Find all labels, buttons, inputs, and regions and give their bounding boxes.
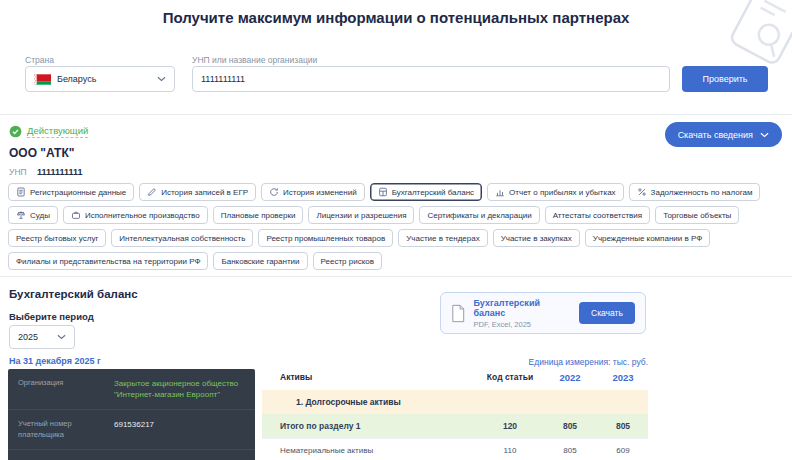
tab-label: Регистрационные данные: [30, 188, 126, 197]
tab-label: Отчет о прибылях и убытках: [509, 188, 616, 197]
company-status: Действующий: [9, 125, 88, 138]
balance-sheet-table: Активы Код статьи 2022 2023 1. Долгосроч…: [262, 364, 648, 460]
info-row: Организация Закрытое акционерное обществ…: [8, 369, 255, 410]
pdf-document-icon: [451, 304, 466, 323]
tab-label: Суды: [30, 211, 50, 220]
row-2022: 805: [542, 446, 598, 455]
period-select[interactable]: 2025: [9, 325, 75, 349]
check-circle-icon: [9, 125, 22, 138]
tab-tax-debt[interactable]: Задолженность по налогам: [629, 183, 761, 201]
company-unp: УНП 1111111111: [9, 167, 83, 177]
tab-label: Исполнительное производство: [85, 211, 200, 220]
company-name: ООО "АТК": [9, 146, 74, 160]
info-row: Вид экономической деятельности Розничная…: [8, 450, 255, 460]
col-2022: 2022: [542, 372, 598, 383]
tab-conformity-certificates[interactable]: Аттестаты соответствия: [545, 206, 650, 224]
company-info-panel: Организация Закрытое акционерное обществ…: [8, 369, 255, 460]
tab-courts[interactable]: Суды: [8, 206, 58, 224]
tab-label: Реестр рисков: [321, 257, 374, 266]
tab-label: Филиалы и представительства на территори…: [16, 257, 200, 266]
country-label: Страна: [25, 55, 54, 65]
info-value: Закрытое акционерное общество "Интернет-…: [114, 378, 245, 400]
unp-value: 1111111111: [37, 167, 83, 177]
period-value: 2025: [18, 332, 38, 342]
download-balance-button[interactable]: Скачать: [579, 302, 635, 324]
row-name: Нематериальные активы: [262, 446, 478, 455]
row-2023: 805: [598, 421, 648, 431]
tab-label: Бухгалтерский баланс: [392, 188, 474, 197]
tab-label: Учрежденные компании в РФ: [593, 234, 702, 243]
tab-planned-inspections[interactable]: Плановые проверки: [213, 206, 304, 224]
balance-download-card: Бухгалтерский баланс PDF, Excel, 2025 Ск…: [440, 292, 646, 334]
info-label: Организация: [18, 378, 104, 400]
tab-label: Реестр промышленных товаров: [266, 234, 385, 243]
tab-licenses[interactable]: Лицензии и разрешения: [308, 206, 414, 224]
tab-change-history[interactable]: История изменений: [261, 183, 365, 201]
divider: [0, 276, 792, 277]
tab-label: Задолженность по налогам: [651, 188, 753, 197]
country-select[interactable]: Беларусь: [25, 66, 175, 92]
org-search-input[interactable]: [192, 66, 670, 92]
col-2023: 2023: [598, 372, 648, 383]
col-code: Код статьи: [478, 372, 542, 382]
chevron-down-icon: [760, 132, 769, 138]
unp-label: УНП: [9, 167, 27, 177]
tab-label: Лицензии и разрешения: [316, 211, 406, 220]
tab-intellectual-property[interactable]: Интеллектуальная собственность: [111, 229, 253, 247]
tab-label: Участие в закупках: [501, 234, 572, 243]
tab-industrial-goods-registry[interactable]: Реестр промышленных товаров: [258, 229, 393, 247]
divider: [0, 114, 792, 115]
tab-label: Участие в тендерах: [406, 234, 479, 243]
tab-certificates-declarations[interactable]: Сертификаты и декларации: [419, 206, 539, 224]
tab-bank-guarantees[interactable]: Банковские гарантии: [213, 252, 307, 270]
info-row: Учетный номер плательщика 691536217: [8, 410, 255, 449]
tab-label: История записей в ЕГР: [161, 188, 248, 197]
table-row: Нематериальные активы 110 805 609: [262, 438, 648, 460]
balance-heading: Бухгалтерский баланс: [9, 288, 138, 300]
tab-profit-loss[interactable]: Отчет о прибылях и убытках: [487, 183, 624, 201]
row-2022: 805: [542, 421, 598, 431]
chevron-down-icon: [157, 76, 166, 82]
info-label: Учетный номер плательщика: [18, 419, 104, 439]
tab-household-services-registry[interactable]: Реестр бытовых услуг: [8, 229, 106, 247]
balance-date-link[interactable]: На 31 декабря 2025 г: [9, 356, 101, 366]
download-info-button[interactable]: Скачать сведения: [665, 122, 782, 147]
tab-trade-objects[interactable]: Торговые объекты: [655, 206, 739, 224]
enforcement-icon: [71, 210, 81, 220]
period-label: Выберите период: [9, 311, 94, 322]
table-row: Итого по разделу 1 120 805 805: [262, 414, 648, 438]
tab-label: Интеллектуальная собственность: [119, 234, 245, 243]
info-value: 691536217: [114, 419, 245, 439]
page-title: Получите максимум информации о потенциал…: [0, 9, 792, 26]
download-info-label: Скачать сведения: [678, 130, 753, 140]
table-header: Активы Код статьи 2022 2023: [262, 364, 648, 390]
download-card-title: Бухгалтерский баланс: [474, 298, 571, 318]
tax-debt-icon: [637, 187, 647, 197]
tab-label: Банковские гарантии: [221, 257, 299, 266]
tab-label: Сертификаты и декларации: [427, 211, 531, 220]
tab-registration-data[interactable]: Регистрационные данные: [8, 183, 134, 201]
tab-label: Плановые проверки: [221, 211, 296, 220]
tab-founded-companies-rf[interactable]: Учрежденные компании в РФ: [585, 229, 710, 247]
row-name: Итого по разделу 1: [262, 421, 478, 431]
tab-label: История изменений: [283, 188, 357, 197]
tab-risk-registry[interactable]: Реестр рисков: [313, 252, 382, 270]
tab-branches-rf[interactable]: Филиалы и представительства на территори…: [8, 252, 208, 270]
tab-procurement[interactable]: Участие в закупках: [493, 229, 580, 247]
tab-label: Торговые объекты: [663, 211, 731, 220]
status-badge: Действующий: [27, 125, 88, 138]
chevron-down-icon: [57, 334, 66, 340]
row-2023: 609: [598, 446, 648, 455]
row-code: 120: [478, 421, 542, 431]
tab-balance-sheet[interactable]: Бухгалтерский баланс: [370, 183, 482, 201]
tab-egr-records-history[interactable]: История записей в ЕГР: [139, 183, 256, 201]
download-card-subtitle: PDF, Excel, 2025: [474, 320, 571, 329]
check-button[interactable]: Проверить: [682, 66, 768, 92]
belarus-flag-icon: [34, 74, 51, 85]
section-tabs: Регистрационные данные История записей в…: [8, 183, 786, 270]
profit-loss-icon: [495, 187, 505, 197]
tab-tenders[interactable]: Участие в тендерах: [398, 229, 487, 247]
egr-history-icon: [147, 187, 157, 197]
tab-enforcement-proceedings[interactable]: Исполнительное производство: [63, 206, 208, 224]
row-code: 110: [478, 446, 542, 455]
